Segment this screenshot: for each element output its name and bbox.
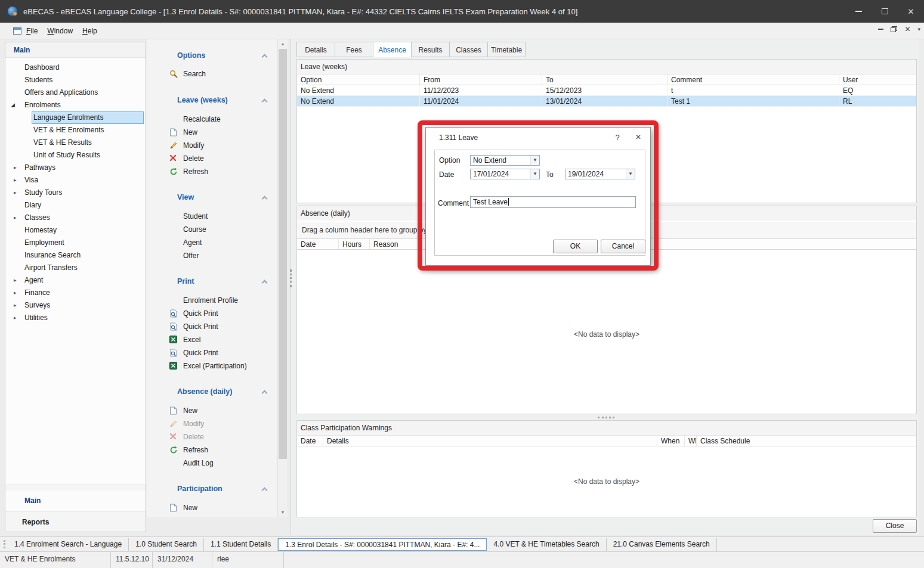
column-header-date[interactable]: Date bbox=[297, 239, 339, 249]
column-header-date[interactable]: Date bbox=[297, 436, 323, 446]
tab-absence[interactable]: Absence bbox=[373, 42, 411, 57]
column-header-comment[interactable]: Comment bbox=[667, 75, 839, 85]
sidebar-item-students[interactable]: Students bbox=[5, 74, 146, 86]
close-form-button[interactable]: Close bbox=[873, 519, 917, 533]
action-leave-delete[interactable]: Delete bbox=[147, 153, 277, 164]
form-tab-student-details[interactable]: 1.1 Student Details bbox=[204, 538, 278, 551]
column-header-class-schedule[interactable]: Class Schedule bbox=[697, 436, 916, 446]
menu-file[interactable]: File bbox=[21, 23, 42, 39]
column-header-to[interactable]: To bbox=[542, 75, 667, 85]
leave-row-selected[interactable]: No Extend 11/01/2024 13/01/2024 Test 1 R… bbox=[297, 96, 916, 107]
action-quick-print-1[interactable]: Quick Print bbox=[147, 308, 277, 319]
action-search[interactable]: Search bbox=[147, 68, 277, 80]
action-view-offer[interactable]: Offer bbox=[147, 250, 277, 262]
menu-help[interactable]: Help bbox=[78, 23, 102, 39]
column-header-hours[interactable]: Hours bbox=[339, 239, 370, 249]
horizontal-splitter-grip[interactable] bbox=[598, 417, 614, 418]
sidebar-item-diary[interactable]: Diary bbox=[5, 199, 146, 212]
chevron-down-icon[interactable]: ▼ bbox=[530, 156, 539, 165]
chevron-up-icon[interactable] bbox=[262, 390, 268, 396]
action-panel-scrollbar[interactable]: ▲ ▼ bbox=[277, 39, 287, 517]
tree-collapsed-icon[interactable]: ▸ bbox=[14, 287, 17, 299]
sidebar-item-airport-transfers[interactable]: Airport Transfers bbox=[5, 262, 146, 274]
column-header-user[interactable]: User bbox=[839, 75, 916, 85]
column-header-option[interactable]: Option bbox=[297, 75, 420, 85]
sidebar-item-vet-he-results[interactable]: VET & HE Results bbox=[5, 136, 146, 149]
form-tab-enrolment-search[interactable]: 1.4 Enrolment Search - Language bbox=[8, 538, 129, 551]
chevron-down-icon[interactable]: ▼ bbox=[626, 169, 635, 179]
sidebar-item-unit-of-study-results[interactable]: Unit of Study Results bbox=[5, 149, 146, 162]
mdi-minimize-icon[interactable] bbox=[878, 29, 883, 30]
column-header-details[interactable]: Details bbox=[323, 436, 657, 446]
leave-row[interactable]: No Extend 11/12/2023 15/12/2023 t EQ bbox=[297, 85, 916, 96]
group-header-view[interactable]: View bbox=[147, 193, 277, 204]
close-button[interactable]: ✕ bbox=[898, 0, 924, 23]
sidebar-item-agent[interactable]: ▸Agent bbox=[5, 274, 146, 287]
chevron-up-icon[interactable] bbox=[262, 280, 268, 286]
tree-collapsed-icon[interactable]: ▸ bbox=[14, 274, 17, 287]
ok-button[interactable]: OK bbox=[553, 240, 598, 253]
action-view-student[interactable]: Student bbox=[147, 210, 277, 222]
action-quick-print-3[interactable]: Quick Print bbox=[147, 347, 277, 359]
sidebar-item-surveys[interactable]: ▸Surveys bbox=[5, 299, 146, 312]
chevron-up-icon[interactable] bbox=[262, 99, 268, 105]
action-view-course[interactable]: Course bbox=[147, 224, 277, 235]
column-header-wh[interactable]: Wh bbox=[685, 436, 697, 446]
action-excel-participation[interactable]: Excel (Participation) bbox=[147, 360, 277, 372]
date-from-picker[interactable]: 17/01/2024 ▼ bbox=[470, 169, 540, 179]
action-absence-modify[interactable]: Modify bbox=[147, 418, 277, 430]
tree-collapsed-icon[interactable]: ▸ bbox=[14, 174, 17, 187]
group-header-options[interactable]: Options bbox=[147, 51, 277, 62]
action-absence-delete[interactable]: Delete bbox=[147, 431, 277, 443]
cancel-button[interactable]: Cancel bbox=[601, 240, 645, 253]
column-header-from[interactable]: From bbox=[420, 75, 542, 85]
chevron-up-icon[interactable] bbox=[262, 54, 268, 60]
group-header-absence-daily[interactable]: Absence (daily) bbox=[147, 387, 277, 398]
sidebar-item-utilities[interactable]: ▸Utilities bbox=[5, 312, 146, 324]
option-select[interactable]: No Extend ▼ bbox=[470, 155, 540, 166]
tree-collapsed-icon[interactable]: ▸ bbox=[14, 299, 17, 312]
sidebar-footer-divider[interactable] bbox=[5, 485, 146, 491]
action-leave-refresh[interactable]: Refresh bbox=[147, 166, 277, 178]
action-leave-modify[interactable]: Modify bbox=[147, 139, 277, 151]
tree-collapsed-icon[interactable]: ▸ bbox=[14, 312, 17, 324]
action-excel[interactable]: Excel bbox=[147, 334, 277, 346]
sidebar-item-study-tours[interactable]: ▸Study Tours bbox=[5, 187, 146, 199]
sidebar-item-insurance-search[interactable]: Insurance Search bbox=[5, 249, 146, 262]
form-tab-enrol-details[interactable]: 1.3 Enrol Details - S#: 0000031841 PITTM… bbox=[278, 538, 487, 551]
action-absence-new[interactable]: New bbox=[147, 405, 277, 417]
scroll-down-icon[interactable]: ▼ bbox=[278, 508, 288, 517]
sidebar-item-language-enrolments[interactable]: Language Enrolments bbox=[5, 111, 146, 124]
sidebar-item-employment[interactable]: Employment bbox=[5, 237, 146, 249]
column-header-when[interactable]: When bbox=[657, 436, 685, 446]
mdi-close-icon[interactable]: ✕ bbox=[904, 25, 910, 33]
action-audit-log[interactable]: Audit Log bbox=[147, 457, 277, 469]
taskbar-grip[interactable] bbox=[4, 540, 5, 548]
chevron-up-icon[interactable] bbox=[262, 488, 268, 493]
sidebar-item-vet-he-enrolments[interactable]: VET & HE Enrolments bbox=[5, 124, 146, 136]
action-view-agent[interactable]: Agent bbox=[147, 237, 277, 249]
sidebar-item-dashboard[interactable]: Dashboard bbox=[5, 61, 146, 74]
tree-collapsed-icon[interactable]: ▸ bbox=[14, 187, 17, 199]
tab-fees[interactable]: Fees bbox=[335, 42, 373, 57]
tree-expanded-icon[interactable]: ◢ bbox=[11, 99, 15, 111]
sidebar-item-offers-applications[interactable]: Offers and Applications bbox=[5, 86, 146, 99]
sidebar-item-enrolments[interactable]: ◢Enrolments bbox=[5, 99, 146, 111]
form-tab-student-search[interactable]: 1.0 Student Search bbox=[129, 538, 204, 551]
maximize-button[interactable] bbox=[872, 0, 898, 23]
date-to-picker[interactable]: 19/01/2024 ▼ bbox=[565, 169, 635, 179]
action-participation-new[interactable]: New bbox=[147, 502, 277, 514]
form-tab-canvas-elements[interactable]: 21.0 Canvas Elements Search bbox=[607, 538, 717, 551]
sidebar-item-pathways[interactable]: ▸Pathways bbox=[5, 162, 146, 174]
chevron-up-icon[interactable] bbox=[262, 196, 268, 202]
sidebar-section-main[interactable]: Main bbox=[5, 491, 146, 511]
tab-results[interactable]: Results bbox=[411, 42, 449, 57]
tab-classes[interactable]: Classes bbox=[449, 42, 487, 57]
sidebar-item-visa[interactable]: ▸Visa bbox=[5, 174, 146, 187]
minimize-button[interactable] bbox=[845, 0, 872, 23]
action-quick-print-2[interactable]: Quick Print bbox=[147, 321, 277, 333]
sidebar-item-classes[interactable]: ▸Classes bbox=[5, 212, 146, 224]
help-icon[interactable]: ? bbox=[613, 133, 622, 142]
mdi-overflow-icon[interactable]: ▾ bbox=[917, 26, 920, 32]
chevron-down-icon[interactable]: ▼ bbox=[530, 169, 539, 179]
